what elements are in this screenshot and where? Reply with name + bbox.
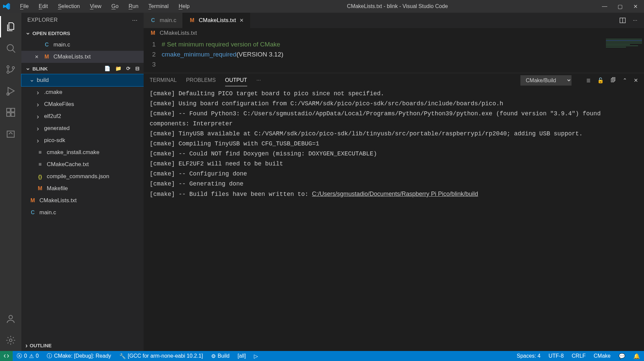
tree-folder-build[interactable]: build [21, 74, 144, 86]
menu-view[interactable]: View [86, 2, 105, 11]
tree-folder[interactable]: .cmake [21, 86, 144, 98]
status-cmake[interactable]: ⓘ CMake: [Debug]: Ready [43, 351, 115, 361]
open-editors-header[interactable]: OPEN EDITORS [21, 27, 144, 39]
status-bell[interactable]: 🔔 [629, 351, 644, 361]
menu-go[interactable]: Go [108, 2, 123, 11]
activity-cmake[interactable] [0, 123, 21, 144]
new-file-icon[interactable]: 📄 [104, 66, 111, 72]
output-channel-select[interactable]: CMake/Build [520, 75, 572, 86]
tree-file[interactable]: ≡CMakeCache.txt [21, 158, 144, 170]
activity-account[interactable] [0, 308, 21, 330]
remote-indicator[interactable] [0, 351, 13, 361]
panel-tab-problems[interactable]: PROBLEMS [186, 75, 216, 86]
chevron-right-icon [37, 125, 41, 132]
svg-rect-6 [7, 108, 10, 112]
activity-explorer[interactable] [0, 16, 21, 37]
file-icon: M [43, 54, 50, 60]
tree-file[interactable]: MMakefile [21, 183, 144, 195]
open-editor-item[interactable]: ✕MCMakeLists.txt [21, 51, 144, 63]
status-eol[interactable]: CRLF [568, 351, 590, 361]
code-editor[interactable]: 123 # Set minimum required version of CM… [144, 38, 644, 73]
file-icon: C [150, 17, 156, 23]
output-body[interactable]: [cmake] Defaulting PICO target board to … [144, 87, 644, 351]
extensions-icon [5, 107, 16, 118]
svg-rect-8 [11, 113, 15, 116]
editor-tab[interactable]: MCMakeLists.txt✕ [183, 13, 250, 28]
file-icon: C [43, 42, 50, 48]
play-bug-icon [5, 86, 16, 96]
tree-file[interactable]: {}compile_commands.json [21, 170, 144, 183]
status-spaces[interactable]: Spaces: 4 [513, 351, 544, 361]
menu-help[interactable]: Help [175, 2, 194, 11]
status-encoding[interactable]: UTF-8 [544, 351, 568, 361]
warning-icon: ⚠ [29, 353, 34, 359]
minimize-button[interactable]: ― [601, 3, 608, 10]
panel-maximize-icon[interactable]: ⌃ [623, 77, 627, 84]
chevron-down-icon [25, 29, 30, 37]
status-problems[interactable]: ⓧ0 ⚠0 [13, 351, 43, 361]
output-lock-icon[interactable]: 🔓 [597, 77, 604, 84]
menu-edit[interactable]: Edit [35, 2, 52, 11]
chevron-down-icon [29, 77, 33, 84]
collapse-icon[interactable]: ⊟ [135, 66, 140, 72]
activity-scm[interactable] [0, 59, 21, 80]
menu-file[interactable]: File [16, 2, 33, 11]
status-run[interactable]: ▷ [250, 351, 262, 361]
maximize-button[interactable]: ▢ [617, 3, 623, 10]
output-filter-icon[interactable]: ≣ [586, 77, 591, 84]
panel-close-icon[interactable]: ✕ [634, 77, 638, 84]
close-icon[interactable]: ✕ [35, 54, 40, 59]
tree-folder[interactable]: generated [21, 122, 144, 134]
activity-bar [0, 13, 21, 351]
menu-terminal[interactable]: Terminal [144, 2, 172, 11]
svg-rect-9 [11, 108, 15, 112]
status-language[interactable]: CMake [590, 351, 615, 361]
activity-extensions[interactable] [0, 102, 21, 123]
tree-folder[interactable]: pico-sdk [21, 134, 144, 146]
title-bar: File Edit Selection View Go Run Terminal… [0, 0, 644, 13]
menu-run[interactable]: Run [125, 2, 142, 11]
window-controls: ― ▢ ✕ [601, 3, 641, 10]
project-header[interactable]: BLINK 📄 📁 ⟳ ⊟ [21, 63, 144, 74]
output-open-log-icon[interactable]: 🗐 [611, 77, 616, 84]
info-icon: ⓘ [47, 353, 52, 360]
refresh-icon[interactable]: ⟳ [126, 66, 131, 72]
tree-file[interactable]: MCMakeLists.txt [21, 195, 144, 207]
status-feedback[interactable]: 💬 [615, 351, 629, 361]
close-icon[interactable]: ✕ [239, 17, 244, 23]
explorer-more-icon[interactable]: ··· [132, 17, 138, 24]
tree-file[interactable]: Cmain.c [21, 207, 144, 219]
breadcrumb[interactable]: M CMakeLists.txt [144, 28, 644, 38]
outline-header[interactable]: OUTLINE [21, 340, 144, 351]
file-icon: {} [37, 174, 43, 179]
close-button[interactable]: ✕ [632, 3, 639, 10]
status-target[interactable]: [all] [233, 351, 250, 361]
split-editor-icon[interactable] [619, 17, 626, 24]
new-folder-icon[interactable]: 📁 [115, 66, 122, 72]
tree-folder[interactable]: CMakeFiles [21, 98, 144, 110]
panel-tab-output[interactable]: OUTPUT [225, 75, 247, 86]
cmake-file-icon: M [150, 30, 156, 36]
panel-tab-terminal[interactable]: TERMINAL [150, 75, 177, 86]
file-icon: M [189, 17, 195, 23]
minimap[interactable] [604, 38, 644, 73]
file-icon: ≡ [37, 161, 43, 167]
editor-more-icon[interactable]: ··· [633, 17, 637, 23]
file-icon: M [37, 186, 43, 192]
cmake-icon [5, 128, 16, 139]
chevron-right-icon [37, 89, 41, 96]
status-build[interactable]: ⚙ Build [207, 351, 234, 361]
menu-selection[interactable]: Selection [54, 2, 84, 11]
chevron-right-icon [37, 101, 41, 108]
activity-search[interactable] [0, 37, 21, 59]
tree-file[interactable]: ≡cmake_install.cmake [21, 146, 144, 158]
editor-tab[interactable]: Cmain.c [144, 13, 183, 28]
tree-folder[interactable]: elf2uf2 [21, 110, 144, 122]
open-editor-item[interactable]: Cmain.c [21, 39, 144, 51]
search-icon [5, 43, 16, 53]
svg-point-12 [9, 339, 12, 342]
panel-more-icon[interactable]: ··· [257, 77, 261, 83]
activity-run-debug[interactable] [0, 80, 21, 102]
activity-settings[interactable] [0, 330, 21, 351]
status-kit[interactable]: 🔧 [GCC for arm-none-eabi 10.2.1] [115, 351, 207, 361]
